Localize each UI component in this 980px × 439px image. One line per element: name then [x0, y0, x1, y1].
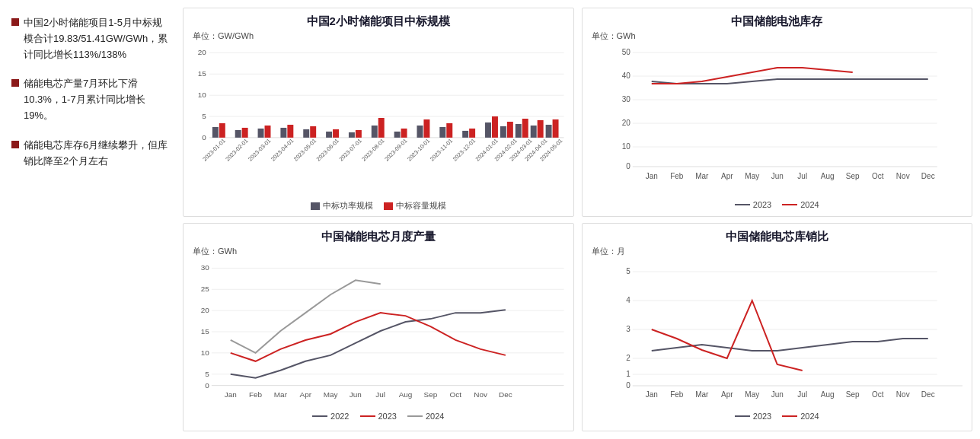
svg-rect-23 [356, 130, 362, 138]
svg-rect-27 [401, 129, 407, 138]
svg-text:Oct: Oct [871, 172, 883, 180]
bullet-text-1: 中国2小时储能项目1-5月中标规模合计19.83/51.41GW/GWh，累计同… [24, 15, 171, 62]
svg-rect-20 [326, 132, 332, 138]
chart4-legend: 2023 2024 [592, 412, 963, 421]
svg-text:2023-09-01: 2023-09-01 [383, 137, 408, 162]
svg-text:2023-12-01: 2023-12-01 [452, 137, 477, 162]
svg-text:Apr: Apr [720, 172, 733, 180]
legend-color-power [311, 202, 320, 210]
svg-text:Sep: Sep [845, 172, 859, 180]
svg-text:Jul: Jul [375, 390, 385, 399]
svg-text:0: 0 [626, 381, 630, 390]
svg-rect-34 [485, 122, 491, 138]
svg-rect-29 [423, 119, 429, 138]
legend3-label-2023: 2023 [378, 412, 397, 421]
svg-rect-39 [522, 119, 528, 138]
svg-text:Jun: Jun [771, 172, 783, 180]
chart3-title: 中国储能电芯月度产量 [193, 230, 564, 244]
legend-line-2024 [782, 204, 797, 205]
bullet-item-1: 中国2小时储能项目1-5月中标规模合计19.83/51.41GW/GWh，累计同… [11, 15, 171, 62]
svg-text:Dec: Dec [921, 172, 934, 180]
chart4-box: 中国储能电芯库销比 单位：月 5 4 3 2 1 0 [582, 223, 973, 431]
svg-rect-11 [219, 123, 225, 138]
svg-text:0: 0 [205, 381, 209, 390]
bullet-item-2: 储能电芯产量7月环比下滑10.3%，1-7月累计同比增长19%。 [11, 76, 171, 123]
legend-2023: 2023 [735, 200, 771, 209]
svg-rect-18 [303, 129, 309, 138]
svg-text:Mar: Mar [695, 390, 709, 399]
legend4-line-2024 [782, 415, 797, 417]
svg-text:Jun: Jun [771, 390, 783, 399]
chart1-legend: 中标功率规模 中标容量规模 [193, 200, 564, 212]
chart1-unit: 单位：GW/GWh [193, 30, 564, 42]
svg-text:40: 40 [621, 72, 630, 80]
svg-rect-22 [349, 132, 355, 138]
left-panel: 中国2小时储能项目1-5月中标规模合计19.83/51.41GW/GWh，累计同… [8, 8, 175, 431]
svg-text:Jan: Jan [645, 390, 657, 399]
svg-text:Mar: Mar [274, 390, 288, 399]
svg-rect-13 [242, 128, 248, 138]
svg-rect-37 [507, 122, 513, 138]
legend4-label-2024: 2024 [800, 412, 819, 421]
svg-rect-32 [462, 131, 468, 138]
svg-text:2023-10-01: 2023-10-01 [406, 137, 431, 162]
legend3-label-2024: 2024 [426, 412, 444, 421]
svg-text:0: 0 [202, 133, 206, 142]
svg-text:May: May [745, 172, 759, 180]
svg-rect-16 [280, 128, 286, 138]
svg-text:Jul: Jul [797, 390, 807, 399]
svg-text:Jun: Jun [350, 390, 362, 399]
svg-rect-43 [553, 119, 559, 138]
legend-item-power: 中标功率规模 [311, 200, 373, 212]
legend4-2024: 2024 [782, 412, 819, 421]
top-charts-row: 中国2小时储能项目中标规模 单位：GW/GWh 20 15 10 5 0 [183, 8, 972, 217]
chart3-unit: 单位：GWh [193, 246, 564, 257]
legend-color-capacity [384, 202, 393, 210]
svg-rect-30 [439, 127, 445, 138]
svg-text:0: 0 [626, 162, 630, 170]
chart3-box: 中国储能电芯月度产量 单位：GWh 30 25 20 15 10 5 0 [183, 223, 574, 431]
svg-text:Nov: Nov [895, 390, 909, 399]
chart2-legend: 2023 2024 [592, 200, 963, 209]
svg-text:2023-11-01: 2023-11-01 [429, 137, 454, 162]
svg-text:5: 5 [202, 112, 206, 120]
bullet-icon-3 [11, 141, 19, 148]
svg-text:Sep: Sep [424, 390, 438, 399]
svg-text:May: May [745, 390, 759, 399]
svg-text:15: 15 [198, 69, 207, 78]
svg-rect-40 [531, 126, 537, 138]
svg-text:Aug: Aug [399, 390, 413, 399]
svg-text:2023-06-01: 2023-06-01 [315, 137, 340, 162]
svg-rect-36 [500, 126, 506, 138]
bullet-text-3: 储能电芯库存6月继续攀升，但库销比降至2个月左右 [24, 138, 171, 170]
chart2-unit: 单位：GWh [592, 30, 963, 42]
svg-text:4: 4 [626, 296, 630, 304]
legend3-line-2024 [407, 415, 423, 417]
svg-rect-35 [492, 116, 498, 138]
bullet-text-2: 储能电芯产量7月环比下滑10.3%，1-7月累计同比增长19%。 [24, 76, 171, 123]
svg-text:Sep: Sep [845, 390, 859, 399]
svg-text:2023-02-01: 2023-02-01 [224, 137, 249, 162]
svg-text:50: 50 [621, 48, 630, 56]
chart4-title: 中国储能电芯库销比 [592, 230, 963, 244]
svg-text:20: 20 [198, 48, 207, 56]
chart4-svg: 5 4 3 2 1 0 [592, 259, 963, 407]
svg-text:10: 10 [201, 348, 210, 357]
svg-text:Jul: Jul [797, 172, 807, 180]
legend3-2024: 2024 [407, 412, 444, 421]
svg-text:30: 30 [201, 263, 210, 272]
svg-rect-31 [446, 123, 452, 138]
svg-text:2023-05-01: 2023-05-01 [292, 137, 318, 162]
svg-rect-14 [258, 129, 264, 138]
svg-text:Nov: Nov [895, 172, 909, 180]
svg-text:Apr: Apr [720, 390, 733, 399]
legend4-line-2023 [735, 415, 750, 417]
svg-text:5: 5 [205, 370, 209, 378]
chart3-legend: 2022 2023 2024 [193, 412, 564, 421]
svg-rect-28 [417, 126, 423, 138]
chart2-box: 中国储能电池库存 单位：GWh 50 40 30 20 10 0 [582, 8, 973, 217]
legend-label-2024: 2024 [800, 200, 819, 209]
chart2-svg: 50 40 30 20 10 0 [592, 43, 963, 196]
svg-rect-15 [265, 126, 271, 138]
svg-text:Apr: Apr [300, 390, 312, 399]
